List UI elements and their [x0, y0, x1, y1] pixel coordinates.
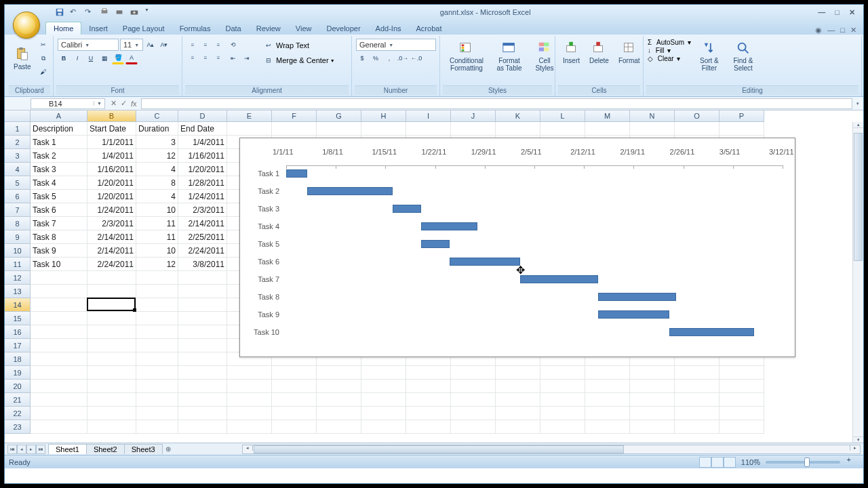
format-painter-icon[interactable]: 🖌	[37, 66, 50, 78]
gantt-bar[interactable]	[307, 187, 392, 195]
col-header[interactable]: M	[585, 110, 630, 122]
cell[interactable]: 1/20/2011	[178, 163, 227, 176]
redo-icon[interactable]: ↷	[85, 7, 94, 17]
cell[interactable]	[540, 380, 585, 393]
align-bottom-right[interactable]: ≡	[212, 52, 224, 64]
col-header[interactable]: P	[719, 110, 764, 122]
gantt-chart[interactable]: 1/1/111/8/111/15/111/22/111/29/112/5/112…	[239, 138, 795, 357]
cell[interactable]: 1/28/2011	[178, 176, 227, 190]
cell[interactable]	[719, 122, 764, 136]
clear-button[interactable]: ◇ Clear ▾	[648, 55, 691, 62]
cell[interactable]: Task 10	[31, 258, 87, 271]
cell[interactable]	[227, 407, 272, 420]
cell[interactable]: 1/24/2011	[87, 203, 136, 217]
cell[interactable]: Task 8	[31, 230, 87, 244]
fx-icon[interactable]: fx	[131, 100, 137, 108]
formula-input[interactable]	[141, 98, 852, 109]
cell[interactable]	[31, 380, 87, 393]
cell[interactable]	[496, 380, 540, 393]
cell[interactable]: Task 2	[31, 149, 87, 163]
cell[interactable]	[540, 366, 585, 380]
row-header[interactable]: 8	[5, 217, 31, 230]
col-header[interactable]: O	[675, 110, 719, 122]
cell[interactable]	[31, 339, 87, 352]
tab-data[interactable]: Data	[218, 22, 248, 35]
cell[interactable]: 12	[136, 258, 178, 271]
cell[interactable]	[451, 380, 496, 393]
cell[interactable]	[87, 298, 136, 312]
cell[interactable]	[87, 352, 136, 366]
format-cells-button[interactable]: Format	[615, 39, 644, 66]
align-top-right[interactable]: ≡	[212, 39, 224, 51]
insert-sheet-icon[interactable]: ⊕	[162, 445, 174, 453]
cell[interactable]	[31, 271, 87, 285]
gantt-bar[interactable]	[598, 310, 669, 319]
last-sheet-icon[interactable]: ⏭	[36, 445, 45, 454]
col-header[interactable]: K	[496, 110, 540, 122]
cell[interactable]	[178, 420, 227, 434]
delete-cells-button[interactable]: Delete	[586, 39, 612, 66]
cell[interactable]: 2/14/2011	[87, 244, 136, 258]
bold-button[interactable]: B	[58, 52, 70, 64]
cell[interactable]: 1/20/2011	[87, 190, 136, 203]
cell[interactable]	[31, 420, 87, 434]
cell[interactable]: 1/16/2011	[178, 149, 227, 163]
cell[interactable]: Task 7	[31, 217, 87, 230]
zoom-slider[interactable]	[766, 461, 840, 464]
page-layout-view-button[interactable]	[711, 457, 724, 468]
help-icon[interactable]: ◉	[815, 26, 822, 35]
cell[interactable]	[361, 407, 406, 420]
currency-button[interactable]: $	[356, 52, 368, 64]
cell[interactable]	[451, 420, 496, 434]
cell[interactable]	[136, 352, 178, 366]
cell[interactable]	[136, 298, 178, 312]
row-header[interactable]: 6	[5, 190, 31, 203]
cell[interactable]: 11	[136, 217, 178, 230]
cell[interactable]: Duration	[136, 122, 178, 136]
cell[interactable]	[178, 380, 227, 393]
row-header[interactable]: 14	[5, 298, 31, 312]
cell[interactable]	[31, 298, 87, 312]
cell[interactable]	[585, 407, 630, 420]
cell[interactable]	[630, 420, 675, 434]
number-format-select[interactable]: General▼	[356, 39, 436, 51]
orientation-button[interactable]: ⟲	[227, 39, 239, 51]
row-header[interactable]: 13	[5, 285, 31, 298]
restore-button[interactable]: □	[833, 8, 841, 17]
cell[interactable]	[227, 380, 272, 393]
vertical-scrollbar[interactable]	[852, 122, 863, 443]
row-header[interactable]: 21	[5, 393, 31, 407]
cell[interactable]	[178, 285, 227, 298]
grow-font-icon[interactable]: A▴	[144, 39, 157, 51]
cell[interactable]	[719, 366, 764, 380]
cell[interactable]	[585, 393, 630, 407]
row-header[interactable]: 5	[5, 176, 31, 190]
cell[interactable]	[630, 407, 675, 420]
cell[interactable]: Task 9	[31, 244, 87, 258]
conditional-formatting-button[interactable]: Conditional Formatting	[444, 39, 489, 74]
cell[interactable]	[719, 407, 764, 420]
cell[interactable]	[675, 380, 719, 393]
cell[interactable]	[87, 366, 136, 380]
increase-indent[interactable]: ⇥	[241, 52, 253, 64]
cell[interactable]	[630, 393, 675, 407]
cell[interactable]	[87, 407, 136, 420]
cell[interactable]	[136, 380, 178, 393]
cell[interactable]	[87, 312, 136, 325]
cell[interactable]	[496, 122, 540, 136]
col-header[interactable]: J	[451, 110, 496, 122]
cell[interactable]	[675, 122, 719, 136]
row-header[interactable]: 17	[5, 339, 31, 352]
col-header[interactable]: A	[31, 110, 87, 122]
cell[interactable]	[136, 339, 178, 352]
qat-dropdown-icon[interactable]: ▼	[144, 7, 154, 17]
col-header[interactable]: I	[406, 110, 451, 122]
align-bottom-left[interactable]: ≡	[186, 52, 199, 64]
cell[interactable]	[87, 420, 136, 434]
tab-home[interactable]: Home	[45, 22, 81, 35]
col-header[interactable]: G	[317, 110, 361, 122]
row-header[interactable]: 11	[5, 258, 31, 271]
cell[interactable]	[317, 122, 361, 136]
row-header[interactable]: 20	[5, 380, 31, 393]
cell[interactable]	[496, 407, 540, 420]
